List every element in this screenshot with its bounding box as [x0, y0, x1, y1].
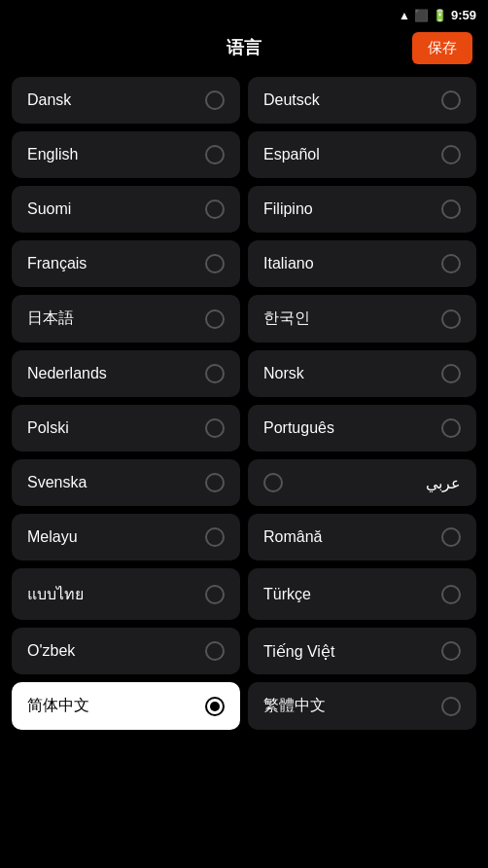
language-item-romana[interactable]: Română [248, 514, 476, 561]
language-label-suomi: Suomi [27, 200, 71, 218]
language-item-deutsck[interactable]: Deutsck [248, 77, 476, 124]
language-item-francais[interactable]: Français [12, 240, 240, 287]
language-label-vietnamese: Tiếng Việt [263, 642, 334, 661]
radio-circle-filipino [441, 199, 461, 219]
language-label-francais: Français [27, 255, 87, 272]
radio-circle-dansk [205, 90, 225, 110]
language-item-portugues[interactable]: Português [248, 405, 476, 452]
radio-circle-italiano [441, 254, 461, 273]
status-time: 9:59 [451, 8, 476, 22]
language-label-melayu: Melayu [27, 528, 78, 546]
language-item-nederlands[interactable]: Nederlands [12, 350, 240, 397]
language-label-svenska: Svenska [27, 474, 87, 491]
language-item-simplified-chinese[interactable]: 简体中文 [12, 682, 240, 730]
radio-circle-japanese [205, 309, 225, 329]
language-item-filipino[interactable]: Filipino [248, 186, 476, 233]
wifi-icon: ⬛ [414, 9, 429, 22]
radio-circle-norsk [441, 364, 461, 383]
language-item-norsk[interactable]: Norsk [248, 350, 476, 397]
battery-icon: 🔋 [433, 9, 447, 22]
language-label-turkce: Türkçe [263, 586, 311, 603]
language-label-filipino: Filipino [263, 200, 313, 218]
radio-circle-english [205, 145, 225, 164]
language-label-italiano: Italiano [263, 255, 314, 272]
language-label-korean: 한국인 [263, 308, 310, 329]
language-label-norsk: Norsk [263, 365, 304, 382]
page-title: 语言 [227, 36, 261, 59]
radio-circle-melayu [205, 527, 225, 547]
language-label-romana: Română [263, 528, 322, 546]
radio-circle-arabic [263, 473, 283, 492]
radio-selected-simplified-chinese [205, 697, 225, 716]
language-item-english[interactable]: English [12, 131, 240, 178]
languages-grid: DanskDeutsckEnglishEspañolSuomiFilipinoF… [0, 73, 488, 745]
radio-circle-thai [205, 585, 225, 604]
language-label-dansk: Dansk [27, 91, 71, 109]
radio-circle-romana [441, 527, 461, 547]
radio-circle-polski [205, 418, 225, 438]
language-label-traditional-chinese: 繁體中文 [263, 696, 326, 716]
radio-circle-nederlands [205, 364, 225, 383]
status-icons: ▲ ⬛ 🔋 9:59 [399, 8, 476, 22]
language-label-simplified-chinese: 简体中文 [27, 696, 89, 716]
language-label-japanese: 日本語 [27, 308, 74, 329]
language-item-dansk[interactable]: Dansk [12, 77, 240, 124]
header: 语言 保存 [0, 26, 488, 73]
language-item-svenska[interactable]: Svenska [12, 459, 240, 506]
language-item-turkce[interactable]: Türkçe [248, 568, 476, 620]
radio-circle-portugues [441, 418, 461, 438]
radio-circle-uzbek [205, 641, 225, 661]
language-item-uzbek[interactable]: O'zbek [12, 628, 240, 674]
language-item-espanol[interactable]: Español [248, 131, 476, 178]
language-item-arabic[interactable]: عربي [248, 459, 476, 506]
language-label-uzbek: O'zbek [27, 642, 75, 660]
language-label-arabic: عربي [426, 474, 461, 492]
radio-circle-espanol [441, 145, 461, 164]
radio-circle-deutsck [441, 90, 461, 110]
language-item-korean[interactable]: 한국인 [248, 295, 476, 343]
language-item-japanese[interactable]: 日本語 [12, 295, 240, 343]
language-item-melayu[interactable]: Melayu [12, 514, 240, 561]
language-label-thai: แบบไทย [27, 582, 84, 606]
radio-circle-suomi [205, 199, 225, 219]
language-item-traditional-chinese[interactable]: 繁體中文 [248, 682, 476, 730]
language-item-thai[interactable]: แบบไทย [12, 568, 240, 620]
language-item-italiano[interactable]: Italiano [248, 240, 476, 287]
language-label-deutsck: Deutsck [263, 91, 320, 109]
signal-icon: ▲ [399, 9, 410, 22]
radio-circle-turkce [441, 585, 461, 604]
language-label-english: English [27, 146, 78, 163]
language-item-suomi[interactable]: Suomi [12, 186, 240, 233]
save-button[interactable]: 保存 [412, 32, 472, 64]
radio-circle-francais [205, 254, 225, 273]
radio-circle-vietnamese [441, 641, 461, 661]
language-item-vietnamese[interactable]: Tiếng Việt [248, 628, 476, 674]
language-label-espanol: Español [263, 146, 320, 163]
radio-circle-svenska [205, 473, 225, 492]
language-label-polski: Polski [27, 419, 69, 437]
language-item-polski[interactable]: Polski [12, 405, 240, 452]
radio-circle-korean [441, 309, 461, 329]
language-label-nederlands: Nederlands [27, 365, 107, 382]
language-label-portugues: Português [263, 419, 334, 437]
radio-circle-traditional-chinese [441, 697, 461, 716]
status-bar: ▲ ⬛ 🔋 9:59 [0, 0, 488, 26]
